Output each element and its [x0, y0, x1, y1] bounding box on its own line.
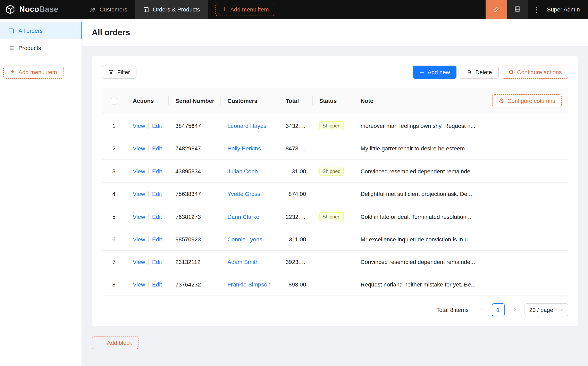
status-badge: Shipped [319, 167, 344, 176]
configure-actions-label: Configure actions [517, 69, 562, 76]
customer-link[interactable]: Leonard Hayes [227, 122, 266, 129]
row-index: 1 [102, 114, 126, 137]
view-link[interactable]: View [133, 168, 145, 174]
customer-link[interactable]: Connie Lyons [227, 236, 262, 243]
select-all-checkbox[interactable] [111, 98, 117, 105]
note-cell: Convinced resembled dependent remainde..… [354, 251, 482, 273]
column-header-customers: Customers [221, 88, 279, 114]
status-badge: Shipped [319, 121, 344, 130]
customer-link[interactable]: Darin Clarke [227, 213, 259, 220]
pagination: Total 8 items 1 [102, 303, 568, 316]
previous-page-button[interactable] [475, 303, 488, 316]
ui-editor-button[interactable] [486, 0, 507, 19]
main-menu: Customers Orders & Products Add menu ite… [82, 0, 275, 19]
note-cell: Convinced resembled dependent remainde..… [354, 160, 482, 183]
customer-cell: Darin Clarke [221, 205, 279, 228]
note-cell: Cold in late or deal. Terminated resolut… [354, 205, 482, 228]
actions-cell: ViewEdit [126, 273, 169, 296]
empty-cell [482, 228, 568, 251]
trash-icon [466, 69, 472, 75]
configure-columns-label: Configure columns [507, 98, 555, 104]
brand-name-bold: Noco [19, 5, 39, 14]
view-link[interactable]: View [133, 281, 145, 288]
add-block-button[interactable]: Add block [92, 336, 139, 349]
plus-icon [10, 69, 15, 76]
total-cell: 311.00 [279, 228, 313, 251]
view-link[interactable]: View [133, 236, 145, 243]
status-cell [313, 137, 354, 160]
status-cell [313, 228, 354, 251]
edit-link[interactable]: Edit [152, 122, 162, 129]
row-index: 4 [102, 183, 126, 205]
column-header-serial-number: Serial Number [169, 88, 221, 114]
nocobase-cube-icon [5, 4, 15, 15]
plus-icon [419, 69, 424, 75]
add-menu-item-label: Add menu item [18, 69, 57, 76]
table-row: 8 ViewEdit 73764232 Frankie Simpson 893.… [102, 273, 568, 296]
delete-button[interactable]: Delete [460, 66, 498, 79]
total-cell: 31.00 [279, 160, 313, 183]
serial-number-cell: 38475647 [169, 114, 221, 137]
customer-link[interactable]: Frankie Simpson [227, 281, 271, 288]
status-cell: Shipped [313, 205, 354, 228]
edit-link[interactable]: Edit [152, 213, 162, 220]
action-divider [148, 123, 149, 129]
add-menu-item-button[interactable]: Add menu item [215, 3, 275, 16]
row-index: 6 [102, 228, 126, 251]
page-number-button[interactable]: 1 [491, 303, 505, 316]
customer-link[interactable]: Adam Smith [227, 259, 259, 265]
customer-cell: Yvette Gross [221, 183, 279, 205]
view-link[interactable]: View [133, 213, 145, 220]
menu-item-customers[interactable]: Customers [82, 0, 135, 19]
view-link[interactable]: View [133, 122, 145, 129]
note-cell: My little garret repair to desire he est… [354, 137, 482, 160]
edit-link[interactable]: Edit [152, 145, 162, 152]
edit-link[interactable]: Edit [152, 191, 162, 197]
sidebar-item-label: All orders [18, 27, 43, 34]
actions-cell: ViewEdit [126, 183, 169, 205]
view-link[interactable]: View [133, 191, 145, 197]
customer-link[interactable]: Holly Perkins [227, 145, 261, 152]
more-actions-button[interactable]: ⋮ [528, 0, 545, 19]
page-header: All orders [82, 19, 588, 46]
edit-link[interactable]: Edit [152, 168, 162, 174]
orders-table-block: Filter Add new [92, 56, 578, 326]
edit-link[interactable]: Edit [152, 281, 162, 288]
column-header-note: Note [354, 88, 482, 114]
row-index: 8 [102, 273, 126, 296]
docs-button[interactable] [507, 0, 528, 19]
form-icon [8, 28, 14, 34]
filter-icon [108, 69, 114, 75]
serial-number-cell: 43895834 [169, 160, 221, 183]
row-index: 7 [102, 251, 126, 273]
view-link[interactable]: View [133, 145, 145, 152]
customer-link[interactable]: Julian Cobb [227, 168, 258, 174]
nocobase-logo[interactable]: NocoBase [0, 0, 82, 19]
total-cell: 2232.00 [279, 205, 313, 228]
total-cell: 3923.00 [279, 251, 313, 273]
brand-name-light: Base [39, 5, 58, 14]
customer-link[interactable]: Yvette Gross [227, 191, 260, 197]
row-index: 5 [102, 205, 126, 228]
sidebar-item-products[interactable]: Products [0, 39, 82, 57]
filter-button[interactable]: Filter [102, 66, 136, 79]
edit-link[interactable]: Edit [152, 236, 162, 243]
serial-number-cell: 98570923 [169, 228, 221, 251]
select-all-header [102, 88, 126, 114]
view-link[interactable]: View [133, 259, 145, 265]
current-user-menu[interactable]: Super Admin [545, 6, 588, 13]
sidebar-item-all-orders[interactable]: All orders [0, 22, 82, 39]
status-cell: Shipped [313, 114, 354, 137]
top-navigation: NocoBase Customers Orders & Products [0, 0, 588, 19]
configure-actions-button[interactable]: ⚙ Configure actions [502, 66, 568, 79]
edit-link[interactable]: Edit [152, 259, 162, 265]
configure-columns-button[interactable]: ⚙ Configure columns [492, 94, 562, 107]
add-new-button[interactable]: Add new [412, 66, 456, 79]
gear-icon: ⚙ [499, 98, 504, 104]
empty-cell [482, 205, 568, 228]
menu-item-orders-products[interactable]: Orders & Products [135, 0, 208, 19]
action-divider [148, 191, 149, 197]
next-page-button[interactable] [508, 303, 521, 316]
page-size-select[interactable]: 20 / page [524, 303, 568, 316]
sidebar-add-menu-item-button[interactable]: Add menu item [3, 66, 63, 79]
